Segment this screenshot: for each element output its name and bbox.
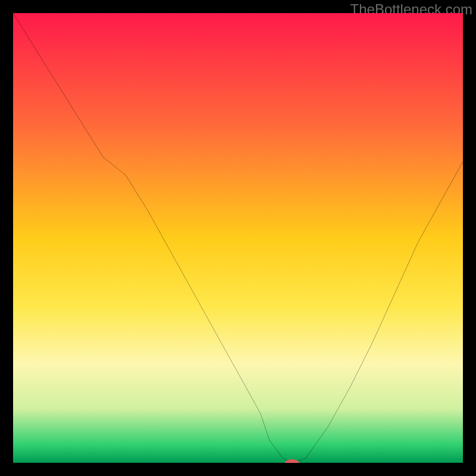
plot-background (13, 13, 463, 463)
bottleneck-chart (13, 13, 463, 463)
chart-frame: TheBottleneck.com (0, 0, 476, 476)
